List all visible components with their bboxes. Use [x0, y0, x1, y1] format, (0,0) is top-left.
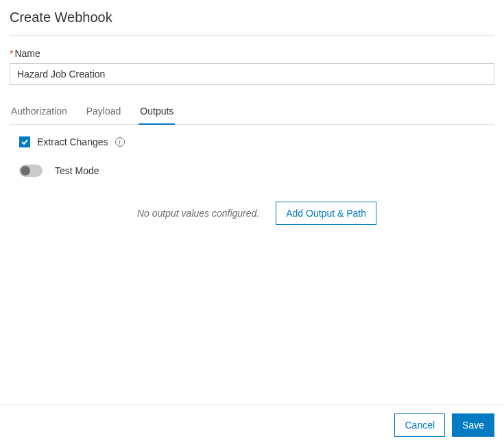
- tab-payload[interactable]: Payload: [85, 100, 123, 125]
- add-output-path-button[interactable]: Add Output & Path: [276, 202, 376, 225]
- name-label-text: Name: [14, 48, 40, 59]
- checkmark-icon: [21, 138, 29, 146]
- footer: Cancel Save: [0, 405, 504, 445]
- extract-changes-row: Extract Changes i: [19, 134, 494, 149]
- outputs-empty-row: No output values configured. Add Output …: [19, 202, 494, 225]
- test-mode-label: Test Mode: [55, 165, 99, 176]
- extract-changes-checkbox[interactable]: [19, 136, 30, 147]
- page-title: Create Webhook: [10, 10, 494, 25]
- info-icon[interactable]: i: [115, 137, 125, 147]
- tabs: Authorization Payload Outputs: [10, 100, 494, 125]
- save-button[interactable]: Save: [452, 413, 494, 437]
- tab-outputs[interactable]: Outputs: [139, 100, 175, 125]
- name-input[interactable]: [10, 63, 494, 85]
- required-marker: *: [10, 48, 13, 59]
- test-mode-toggle[interactable]: [19, 165, 43, 177]
- extract-changes-label: Extract Changes: [37, 136, 108, 147]
- divider: [10, 35, 494, 36]
- name-label: *Name: [10, 48, 494, 59]
- outputs-panel: Extract Changes i Test Mode No output va…: [10, 125, 494, 225]
- test-mode-row: Test Mode: [19, 163, 494, 178]
- cancel-button[interactable]: Cancel: [394, 413, 445, 437]
- outputs-empty-message: No output values configured.: [137, 208, 259, 219]
- tab-authorization[interactable]: Authorization: [10, 100, 69, 125]
